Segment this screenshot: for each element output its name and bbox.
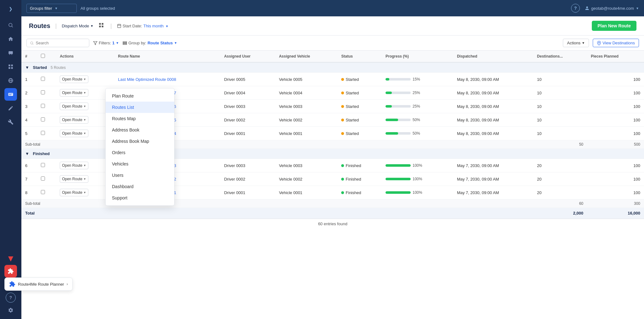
svg-point-26 — [598, 42, 600, 43]
sidebar-search[interactable] — [4, 19, 17, 31]
open-route-button[interactable]: Open Route ▼ — [60, 189, 88, 196]
row-num: 5 — [21, 127, 37, 140]
row-dispatched: May 7, 2030, 09:00 AM — [453, 172, 533, 186]
progress-bar-bg — [386, 191, 411, 194]
sidebar-routes[interactable] — [4, 88, 17, 101]
progress-pct: 25% — [413, 104, 422, 109]
dropdown-item-routes-list[interactable]: Routes List — [106, 102, 174, 113]
svg-point-4 — [11, 54, 12, 55]
progress-bar-bg — [386, 178, 411, 180]
open-route-button[interactable]: Open Route ▼ — [60, 130, 88, 137]
row-checkbox[interactable] — [41, 104, 45, 108]
sidebar-collapse[interactable]: ❯ — [4, 3, 17, 15]
row-assigned-user: Driver 0003 — [220, 159, 275, 172]
row-dispatched: May 8, 2030, 09:00 AM — [453, 100, 533, 113]
view-destinations-button[interactable]: View Destinations — [593, 39, 639, 47]
sidebar-globe[interactable] — [4, 74, 17, 87]
dropdown-item-address-book-map[interactable]: Address Book Map — [106, 136, 174, 147]
status-dot — [341, 191, 344, 194]
group-icon — [123, 41, 127, 45]
progress-bar-fill — [386, 164, 411, 167]
row-checkbox[interactable] — [41, 163, 45, 167]
open-route-button[interactable]: Open Route ▼ — [60, 89, 88, 97]
groups-filter-button[interactable]: Groups filter ▼ — [26, 4, 77, 13]
col-dispatched: Dispatched — [453, 51, 533, 62]
row-progress: 100% — [382, 172, 453, 186]
date-link[interactable]: This month ▼ — [143, 24, 169, 28]
user-menu[interactable]: geotab@route4me.com ▼ — [585, 6, 639, 11]
sidebar-settings[interactable] — [4, 304, 17, 316]
row-assigned-user: Driver 0005 — [220, 73, 275, 86]
dropdown-item-dashboard[interactable]: Dashboard — [106, 181, 174, 192]
status-badge: Started — [341, 118, 378, 122]
sidebar-pencil[interactable] — [4, 102, 17, 115]
row-progress: 15% — [382, 73, 453, 86]
select-all-checkbox[interactable] — [41, 54, 45, 58]
row-checkbox-cell — [37, 186, 56, 199]
search-input[interactable] — [36, 41, 86, 45]
dropdown-item-plan-route[interactable]: Plan Route — [106, 90, 174, 102]
page-title: Routes — [29, 22, 50, 30]
dropdown-item-support[interactable]: Support — [106, 192, 174, 204]
plan-new-route-button[interactable]: Plan New Route — [592, 21, 636, 31]
svg-line-21 — [33, 44, 33, 44]
sidebar: ❯ ▼ M ? — [0, 0, 21, 319]
dropdown-item-orders[interactable]: Orders — [106, 147, 174, 158]
group-name: Started — [33, 65, 47, 70]
open-route-button[interactable]: Open Route ▼ — [60, 76, 88, 83]
status-dot — [341, 119, 344, 121]
sidebar-home[interactable] — [4, 33, 17, 45]
sidebar-tools[interactable] — [4, 116, 17, 128]
sidebar-plugin[interactable] — [4, 265, 17, 277]
group-by-button[interactable]: Group by: Route Status ▼ — [123, 41, 177, 45]
filters-button[interactable]: Filters: 1 ▼ — [93, 41, 119, 45]
svg-rect-13 — [102, 23, 103, 25]
actions-button[interactable]: Actions ▼ — [563, 39, 589, 47]
status-label: Finished — [346, 190, 361, 195]
row-checkbox[interactable] — [41, 117, 45, 121]
progress-bar-fill — [386, 105, 392, 108]
group-name: Finished — [33, 151, 50, 156]
row-checkbox[interactable] — [41, 90, 45, 94]
table-toolbar: Filters: 1 ▼ Group by: Route Status ▼ Ac… — [21, 36, 644, 51]
open-route-button[interactable]: Open Route ▼ — [60, 116, 88, 124]
sidebar-bus[interactable] — [4, 47, 17, 59]
sidebar-help[interactable]: ? — [6, 293, 16, 303]
open-route-button[interactable]: Open Route ▼ — [60, 162, 88, 169]
row-assigned-user: Driver 0002 — [220, 113, 275, 127]
row-checkbox[interactable] — [41, 131, 45, 135]
col-checkbox — [37, 51, 56, 62]
route4me-badge[interactable]: Route4Me Route Planner › — [4, 277, 73, 291]
row-num: 2 — [21, 86, 37, 100]
row-status: Started — [337, 86, 382, 100]
svg-rect-6 — [11, 64, 13, 66]
status-dot — [341, 132, 344, 135]
dispatch-mode-button[interactable]: Dispatch Mode ▼ — [62, 24, 93, 28]
view-toggle-button[interactable] — [97, 22, 105, 30]
row-checkbox[interactable] — [41, 190, 45, 194]
open-route-button[interactable]: Open Route ▼ — [60, 175, 88, 183]
svg-rect-8 — [11, 67, 13, 69]
help-button[interactable]: ? — [571, 4, 580, 13]
svg-rect-5 — [8, 64, 10, 66]
row-assigned-vehicle: Vehicle 0003 — [275, 159, 337, 172]
sidebar-dashboard[interactable] — [4, 60, 17, 73]
group-chevron[interactable]: ▼ — [25, 65, 29, 70]
dropdown-item-users[interactable]: Users — [106, 170, 174, 181]
search-box — [26, 39, 89, 47]
group-chevron[interactable]: ▼ — [25, 151, 29, 156]
open-route-chevron: ▼ — [83, 105, 86, 108]
row-dispatched: May 7, 2030, 09:00 AM — [453, 186, 533, 199]
open-route-button[interactable]: Open Route ▼ — [60, 103, 88, 110]
row-destinations: 10 — [533, 100, 587, 113]
row-checkbox[interactable] — [41, 176, 45, 181]
dropdown-item-address-book[interactable]: Address Book — [106, 124, 174, 136]
progress-bar: 15% — [386, 77, 449, 81]
dropdown-item-routes-map[interactable]: Routes Map — [106, 113, 174, 124]
progress-pct: 15% — [413, 77, 422, 81]
dropdown-item-vehicles[interactable]: Vehicles — [106, 158, 174, 170]
sidebar-arrow-indicator: ▼ — [6, 254, 15, 264]
row-num: 1 — [21, 73, 37, 86]
row-pieces-planned: 100 — [587, 172, 644, 186]
row-checkbox[interactable] — [41, 77, 45, 81]
